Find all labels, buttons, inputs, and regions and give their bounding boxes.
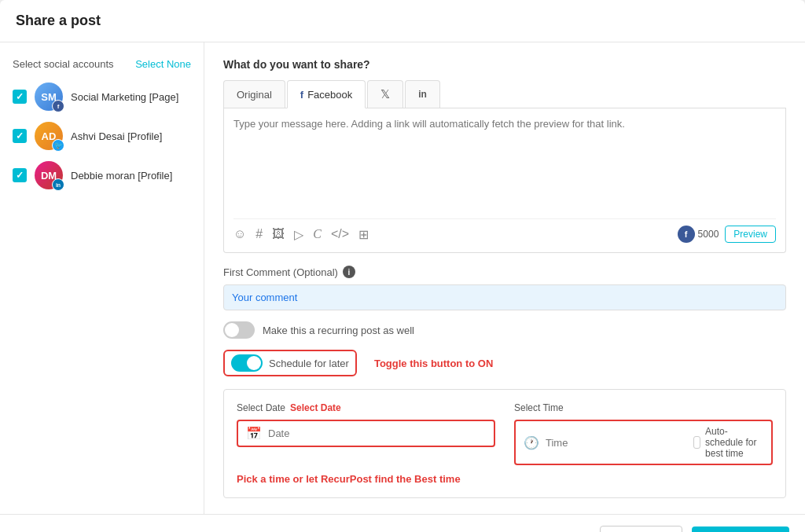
compose-right: f 5000 Preview	[678, 226, 776, 243]
tab-linkedin[interactable]: in	[405, 80, 440, 108]
schedule-toggle-label: Schedule for later	[269, 358, 349, 369]
cancel-button[interactable]: CANCEL	[600, 526, 683, 532]
schedule-hint: Toggle this button to ON	[374, 358, 493, 369]
account-name: Social Marketing [Page]	[71, 91, 178, 103]
date-input[interactable]	[268, 427, 486, 439]
accounts-section-title: Select social accounts	[13, 58, 114, 70]
modal-header: Share a post	[0, 0, 805, 42]
account-checkbox[interactable]	[13, 90, 27, 104]
time-label: Select Time	[514, 402, 773, 413]
schedule-toggle-wrapper: Schedule for later	[223, 350, 357, 376]
date-input-wrapper: 📅	[237, 420, 495, 447]
share-post-modal: Share a post Select social accounts Sele…	[0, 0, 805, 532]
facebook-icon: f	[300, 89, 303, 101]
first-comment-section: First Comment (Optional) i	[223, 266, 786, 310]
auto-schedule: Auto-schedule for best time	[693, 426, 763, 459]
calendar-icon: 📅	[246, 426, 262, 441]
avatar-wrapper: AD 🐦	[35, 122, 63, 150]
account-checkbox[interactable]	[13, 168, 27, 182]
account-item[interactable]: SM f Social Marketing [Page]	[13, 83, 191, 111]
linkedin-icon: in	[418, 89, 427, 100]
compose-icons: ☺ # 🖼 ▷ C </> ⊞	[233, 227, 369, 242]
twitter-icon: 𝕏	[380, 87, 390, 101]
emoji-icon[interactable]: ☺	[233, 227, 246, 242]
tab-original[interactable]: Original	[223, 80, 285, 108]
tab-twitter[interactable]: 𝕏	[367, 80, 403, 108]
account-item[interactable]: DM in Debbie moran [Profile]	[13, 161, 191, 189]
image-icon[interactable]: 🖼	[272, 227, 285, 242]
avatar-wrapper: SM f	[35, 83, 63, 111]
platform-badge-facebook: f	[52, 100, 64, 112]
platform-badge-twitter: 🐦	[52, 139, 64, 152]
time-input-wrapper: 🕐 Auto-schedule for best time	[514, 420, 773, 465]
account-name: Debbie moran [Profile]	[71, 170, 172, 182]
first-comment-label: First Comment (Optional) i	[223, 266, 786, 278]
tab-original-label: Original	[237, 89, 272, 101]
more-icon[interactable]: ⊞	[358, 227, 369, 242]
char-count-value: 5000	[698, 229, 719, 240]
date-time-row: Select Date Select Date 📅 Select Time	[237, 402, 773, 465]
auto-schedule-checkbox[interactable]	[693, 436, 700, 449]
tab-facebook-label: Facebook	[307, 89, 352, 101]
compose-textarea[interactable]	[233, 118, 776, 212]
recurring-toggle[interactable]	[223, 321, 255, 339]
recurring-toggle-label: Make this a recurring post as well	[263, 325, 414, 336]
select-date-highlight: Select Date	[290, 402, 341, 413]
recurring-toggle-row: Make this a recurring post as well	[223, 321, 786, 339]
compose-tabs: Original f Facebook 𝕏 in	[223, 80, 786, 108]
compose-section-title: What do you want to share?	[223, 58, 786, 71]
account-name: Ashvi Desai [Profile]	[71, 130, 162, 142]
tab-facebook[interactable]: f Facebook	[287, 80, 366, 108]
clock-icon: 🕐	[524, 435, 539, 450]
date-group: Select Date Select Date 📅	[237, 402, 495, 465]
info-icon: i	[343, 266, 355, 278]
auto-schedule-label: Auto-schedule for best time	[705, 426, 763, 459]
left-panel: Select social accounts Select None SM f …	[0, 42, 204, 514]
date-label: Select Date Select Date	[237, 402, 495, 413]
account-checkbox[interactable]	[13, 129, 27, 143]
schedule-toggle[interactable]	[231, 354, 263, 372]
date-time-section: Select Date Select Date 📅 Select Time	[223, 389, 786, 498]
right-panel: What do you want to share? Original f Fa…	[204, 42, 805, 514]
time-input[interactable]	[546, 437, 678, 449]
modal-footer: CANCEL SCHEDULE	[0, 514, 805, 532]
schedule-button[interactable]: SCHEDULE	[692, 526, 789, 532]
comment-input[interactable]	[223, 284, 786, 310]
compose-box: ☺ # 🖼 ▷ C </> ⊞ f 5000 Preview	[223, 108, 786, 253]
modal-body: Select social accounts Select None SM f …	[0, 42, 805, 514]
schedule-row: Schedule for later Toggle this button to…	[223, 350, 786, 376]
hashtag-icon[interactable]: #	[255, 227, 263, 242]
char-count: f 5000	[678, 226, 719, 243]
preview-button[interactable]: Preview	[725, 226, 776, 243]
facebook-count-badge: f	[678, 226, 695, 243]
modal-title: Share a post	[16, 13, 101, 28]
avatar-wrapper: DM in	[35, 161, 63, 189]
account-item[interactable]: AD 🐦 Ashvi Desai [Profile]	[13, 122, 191, 150]
video-icon[interactable]: ▷	[294, 227, 303, 242]
compose-toolbar: ☺ # 🖼 ▷ C </> ⊞ f 5000 Preview	[233, 218, 776, 243]
code-icon[interactable]: </>	[331, 227, 349, 242]
best-time-hint: Pick a time or let RecurPost find the Be…	[237, 473, 773, 485]
select-none-link[interactable]: Select None	[135, 58, 191, 70]
left-panel-header: Select social accounts Select None	[13, 58, 191, 70]
canva-icon[interactable]: C	[313, 227, 322, 242]
platform-badge-linkedin: in	[52, 178, 64, 191]
time-group: Select Time 🕐 Auto-schedule for best tim…	[514, 402, 773, 465]
